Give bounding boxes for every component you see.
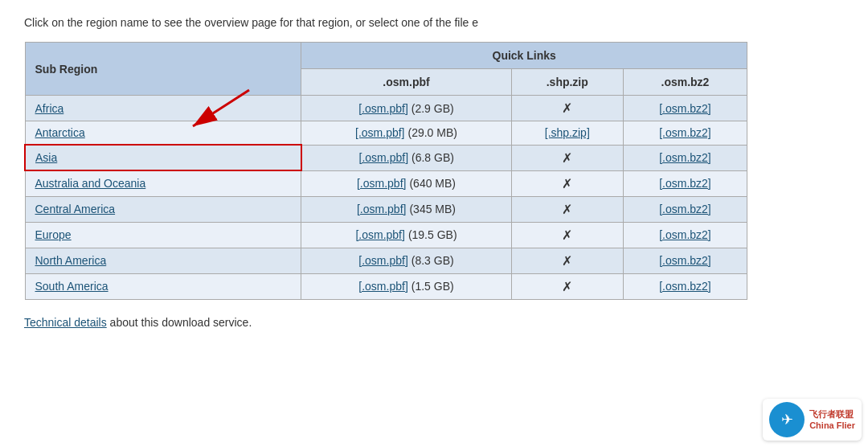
table-row: Central America[.osm.pbf](345 MB)✗[.osm.… [25, 196, 747, 222]
osmpbf-size: (640 MB) [409, 177, 456, 190]
footer-text: about this download service. [107, 316, 252, 329]
shpzip-unavailable: ✗ [511, 96, 623, 121]
quicklinks-header: Quick Links [301, 43, 747, 69]
osmpbf-link[interactable]: [.osm.pbf] [358, 254, 407, 267]
osmpbf-link[interactable]: [.osm.pbf] [357, 203, 406, 215]
shpzip-unavailable: ✗ [511, 248, 623, 273]
osmpbf-size: (345 MB) [409, 203, 456, 215]
cross-icon: ✗ [562, 228, 572, 242]
technical-details-link[interactable]: Technical details [24, 316, 107, 329]
osmpbf-size: (19.5 GB) [408, 228, 457, 241]
col-osmbz2-header: .osm.bz2 [623, 69, 747, 96]
osmpbf-size: (2.9 GB) [411, 102, 454, 115]
shpzip-link[interactable]: [.shp.zip] [545, 126, 590, 139]
osmpbf-link[interactable]: [.osm.pbf] [358, 280, 407, 293]
region-link[interactable]: Europe [35, 228, 72, 241]
osmpbf-size: (6.8 GB) [411, 151, 454, 164]
osmpbf-link[interactable]: [.osm.pbf] [359, 151, 408, 164]
region-link[interactable]: Antarctica [35, 126, 85, 139]
col-shpzip-header: .shp.zip [511, 69, 623, 96]
col-subregion-header: Sub Region [25, 43, 301, 96]
table-row: Africa[.osm.pbf](2.9 GB)✗[.osm.bz2] [25, 96, 747, 121]
shpzip-unavailable: ✗ [511, 196, 623, 222]
osmbz2-link[interactable]: [.osm.bz2] [659, 126, 711, 139]
region-link[interactable]: Africa [35, 102, 64, 115]
shpzip-unavailable: ✗ [511, 222, 623, 248]
table-row: Australia and Oceania[.osm.pbf](640 MB)✗… [25, 170, 747, 196]
osmbz2-link[interactable]: [.osm.bz2] [659, 102, 711, 115]
osmbz2-link[interactable]: [.osm.bz2] [659, 254, 711, 267]
cross-icon: ✗ [562, 254, 572, 268]
osmpbf-size: (8.3 GB) [411, 254, 454, 267]
osmpbf-link[interactable]: [.osm.pbf] [358, 102, 407, 115]
osmpbf-link[interactable]: [.osm.pbf] [355, 126, 404, 139]
osmbz2-link[interactable]: [.osm.bz2] [659, 177, 711, 190]
col-osmpbf-header: .osm.pbf [301, 69, 511, 96]
shpzip-unavailable: ✗ [511, 170, 623, 196]
osmpbf-size: (1.5 GB) [411, 280, 454, 293]
region-link[interactable]: Australia and Oceania [35, 177, 146, 190]
osmpbf-link[interactable]: [.osm.pbf] [357, 177, 406, 190]
cross-icon: ✗ [562, 280, 572, 293]
cross-icon: ✗ [562, 151, 572, 165]
intro-text: Click on the region name to see the over… [24, 16, 844, 29]
region-link[interactable]: South America [35, 280, 108, 293]
table-row: South America[.osm.pbf](1.5 GB)✗[.osm.bz… [25, 273, 747, 299]
table-row: North America[.osm.pbf](8.3 GB)✗[.osm.bz… [25, 248, 747, 273]
table-row: Asia[.osm.pbf](6.8 GB)✗[.osm.bz2] [25, 145, 747, 170]
footer: Technical details about this download se… [24, 316, 844, 329]
table-row: Antarctica[.osm.pbf](29.0 MB)[.shp.zip][… [25, 121, 747, 146]
table-row: Europe[.osm.pbf](19.5 GB)✗[.osm.bz2] [25, 222, 747, 248]
osmpbf-size: (29.0 MB) [407, 126, 457, 139]
region-link[interactable]: North America [35, 254, 107, 267]
region-link[interactable]: Asia [35, 151, 57, 164]
shpzip-unavailable: ✗ [511, 145, 623, 170]
shpzip-unavailable: ✗ [511, 273, 623, 299]
osmbz2-link[interactable]: [.osm.bz2] [659, 203, 711, 215]
osmbz2-link[interactable]: [.osm.bz2] [659, 151, 711, 164]
cross-icon: ✗ [562, 177, 572, 191]
osmbz2-link[interactable]: [.osm.bz2] [659, 280, 711, 293]
regions-table: Sub Region Quick Links .osm.pbf .shp.zip… [24, 42, 747, 300]
osmbz2-link[interactable]: [.osm.bz2] [659, 228, 711, 241]
osmpbf-link[interactable]: [.osm.pbf] [355, 228, 404, 241]
cross-icon: ✗ [562, 101, 572, 115]
region-link[interactable]: Central America [35, 203, 116, 215]
cross-icon: ✗ [562, 203, 572, 216]
